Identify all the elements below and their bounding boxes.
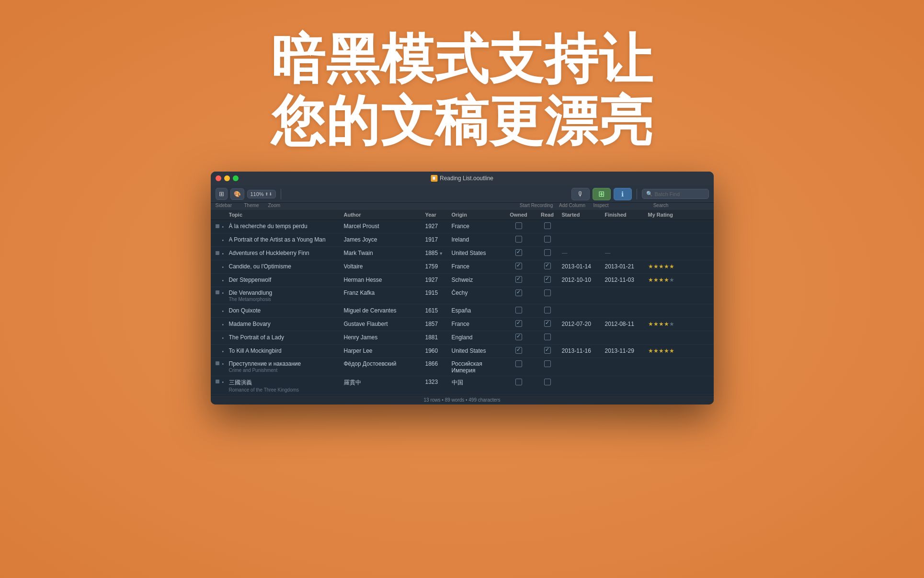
table-row[interactable]: • Madame Bovary Gustave Flaubert 1857 Fr… (211, 318, 714, 331)
cell-year: 1960 (425, 347, 452, 354)
close-button[interactable] (216, 175, 221, 181)
cell-owned[interactable] (504, 249, 533, 257)
cell-owned[interactable] (504, 347, 533, 355)
cell-read[interactable] (533, 263, 562, 271)
read-checkbox[interactable] (544, 289, 551, 296)
cell-read[interactable] (533, 347, 562, 355)
table-row[interactable]: • The Portrait of a Lady Henry James 188… (211, 331, 714, 345)
table-row[interactable]: • Die Verwandlung The Metamorphosis Fran… (211, 287, 714, 304)
inspect-button[interactable]: ℹ (614, 188, 632, 200)
col-header-rating[interactable]: My Rating (648, 212, 709, 218)
cell-author: Franz Kafka (344, 289, 425, 296)
table-row[interactable]: • À la recherche du temps perdu Marcel P… (211, 220, 714, 233)
cell-owned[interactable] (504, 334, 533, 342)
read-checkbox[interactable] (544, 263, 551, 269)
cell-read[interactable] (533, 320, 562, 328)
cell-owned[interactable] (504, 289, 533, 298)
start-recording-button[interactable]: 🎙 (571, 188, 590, 200)
cell-read[interactable] (533, 379, 562, 387)
owned-checkbox[interactable] (515, 320, 522, 327)
cell-author: Gustave Flaubert (344, 321, 425, 327)
cell-topic-sub: Crime and Punishment (229, 368, 344, 373)
cell-read[interactable] (533, 236, 562, 244)
cell-read[interactable] (533, 334, 562, 342)
owned-checkbox[interactable] (515, 307, 522, 313)
read-checkbox[interactable] (544, 236, 551, 243)
theme-button[interactable]: 🎨 (230, 188, 244, 200)
read-checkbox[interactable] (544, 320, 551, 327)
read-checkbox[interactable] (544, 334, 551, 340)
maximize-button[interactable] (233, 175, 239, 181)
cell-owned[interactable] (504, 360, 533, 369)
label-search: Search (613, 203, 709, 208)
owned-checkbox[interactable] (515, 263, 522, 269)
cell-year: 1759 (425, 263, 452, 270)
table-row[interactable]: • Adventures of Huckleberry Finn Mark Tw… (211, 247, 714, 260)
col-header-read[interactable]: Read (533, 212, 562, 218)
owned-checkbox[interactable] (515, 289, 522, 296)
read-checkbox[interactable] (544, 249, 551, 256)
cell-read[interactable] (533, 289, 562, 298)
read-checkbox[interactable] (544, 276, 551, 283)
toolbar-labels-row: Sidebar Theme Zoom Start Recording Add C… (211, 203, 714, 210)
owned-checkbox[interactable] (515, 379, 522, 385)
zoom-control[interactable]: 110% ⬆⬇ (247, 190, 276, 198)
cell-started: 2013-11-16 (562, 347, 605, 354)
col-header-owned[interactable]: Owned (504, 212, 533, 218)
cell-year: 1927 (425, 277, 452, 283)
cell-read[interactable] (533, 222, 562, 231)
owned-checkbox[interactable] (515, 347, 522, 354)
read-checkbox[interactable] (544, 347, 551, 354)
row-handle (216, 360, 222, 366)
cell-finished: 2013-01-21 (605, 263, 648, 270)
table-row[interactable]: • Candide, ou l'Optimisme Voltaire 1759 … (211, 260, 714, 274)
cell-topic-text: Der Steppenwolf (229, 277, 344, 283)
read-checkbox[interactable] (544, 379, 551, 385)
hero-title-line1: 暗黑模式支持让 (0, 29, 924, 91)
table-row[interactable]: • Don Quixote Miguel de Cervantes 1615 E… (211, 304, 714, 318)
hero-section: 暗黑模式支持让 您的文稿更漂亮 (0, 0, 924, 172)
cell-owned[interactable] (504, 276, 533, 284)
owned-checkbox[interactable] (515, 360, 522, 367)
col-header-origin[interactable]: Origin (452, 212, 504, 218)
cell-read[interactable] (533, 249, 562, 257)
owned-checkbox[interactable] (515, 249, 522, 256)
owned-checkbox[interactable] (515, 222, 522, 229)
col-header-author[interactable]: Author (344, 212, 425, 218)
add-column-button[interactable]: ⊞ (593, 188, 611, 200)
cell-owned[interactable] (504, 236, 533, 244)
cell-owned[interactable] (504, 320, 533, 328)
cell-origin: España (452, 307, 504, 314)
table-row[interactable]: • Der Steppenwolf Herman Hesse 1927 Schw… (211, 274, 714, 287)
cell-owned[interactable] (504, 263, 533, 271)
cell-owned[interactable] (504, 222, 533, 231)
cell-topic: To Kill A Mockingbird (229, 347, 344, 354)
table-row[interactable]: • 三國演義 Romance of the Three Kingdoms 羅貫中… (211, 376, 714, 395)
owned-checkbox[interactable] (515, 276, 522, 283)
col-header-year[interactable]: Year (425, 212, 452, 218)
sidebar-button[interactable]: ⊞ (216, 188, 228, 200)
cell-started: 2013-01-14 (562, 263, 605, 270)
cell-owned[interactable] (504, 307, 533, 315)
cell-origin: France (452, 321, 504, 327)
read-checkbox[interactable] (544, 307, 551, 313)
read-checkbox[interactable] (544, 222, 551, 229)
col-header-finished[interactable]: Finished (605, 212, 648, 218)
read-checkbox[interactable] (544, 360, 551, 367)
owned-checkbox[interactable] (515, 334, 522, 340)
col-header-started[interactable]: Started (562, 212, 605, 218)
cell-rating: ★★★★★ (648, 347, 709, 354)
cell-read[interactable] (533, 360, 562, 369)
col-header-topic[interactable]: Topic (229, 212, 344, 218)
owned-checkbox[interactable] (515, 236, 522, 243)
cell-read[interactable] (533, 276, 562, 284)
table-row[interactable]: • A Portrait of the Artist as a Young Ma… (211, 233, 714, 247)
search-box[interactable]: 🔍 Batch Find (642, 189, 709, 199)
minimize-button[interactable] (224, 175, 230, 181)
cell-read[interactable] (533, 307, 562, 315)
cell-year: 1885▼ (425, 250, 452, 256)
table-row[interactable]: • Преступление и наказание Crime and Pun… (211, 358, 714, 376)
cell-owned[interactable] (504, 379, 533, 387)
table-row[interactable]: • To Kill A Mockingbird Harper Lee 1960 … (211, 345, 714, 358)
row-bullet: • (222, 308, 229, 314)
